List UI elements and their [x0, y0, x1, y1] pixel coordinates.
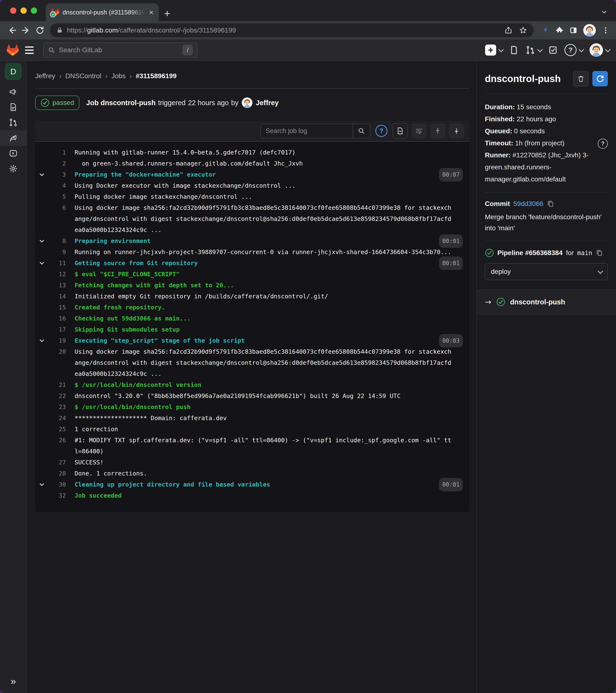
- log-line-number[interactable]: 8: [50, 236, 66, 246]
- gitlab-logo[interactable]: [7, 44, 19, 56]
- copy-commit-icon[interactable]: [547, 200, 554, 207]
- log-line-number[interactable]: 17: [50, 324, 66, 335]
- log-line-number[interactable]: 3: [50, 169, 66, 180]
- window-controls[interactable]: [10, 7, 37, 14]
- url-text: https://gitlab.com/cafferata/dnscontrol/…: [67, 26, 500, 34]
- tab-close-icon[interactable]: ×: [149, 8, 154, 16]
- sidebar-item-repository[interactable]: [0, 99, 26, 115]
- sidebar-item-deployments[interactable]: [0, 145, 26, 161]
- back-button[interactable]: [6, 24, 18, 36]
- show-raw-log-button[interactable]: [393, 123, 408, 138]
- new-tab-button[interactable]: +: [164, 8, 171, 19]
- browser-profile-avatar[interactable]: [583, 24, 596, 37]
- scroll-to-bottom-button[interactable]: [449, 123, 464, 138]
- pipeline-link[interactable]: Pipeline: [497, 249, 523, 257]
- merge-requests-menu[interactable]: [525, 45, 541, 55]
- log-line-number[interactable]: 14: [50, 291, 66, 302]
- job-log-search-input[interactable]: [261, 124, 353, 138]
- user-menu[interactable]: [590, 43, 609, 57]
- forward-button[interactable]: [20, 24, 32, 36]
- create-new-menu[interactable]: +: [485, 44, 502, 56]
- log-line-number[interactable]: 19: [50, 335, 66, 346]
- retry-job-button[interactable]: [592, 71, 608, 86]
- log-line-number[interactable]: 26: [50, 435, 66, 446]
- log-line-number[interactable]: 9: [50, 246, 66, 258]
- log-line-number[interactable]: 21: [50, 379, 66, 391]
- bookmark-star-icon[interactable]: [519, 26, 528, 35]
- url-bar[interactable]: https://gitlab.com/cafferata/dnscontrol/…: [50, 23, 534, 37]
- minimize-window-button[interactable]: [20, 7, 27, 14]
- extensions-puzzle-icon[interactable]: [555, 26, 563, 34]
- breadcrumb-item[interactable]: DNSControl: [65, 72, 101, 80]
- sidebar-expand-icon[interactable]: »: [11, 676, 16, 687]
- log-line-number[interactable]: 20: [50, 346, 66, 357]
- close-window-button[interactable]: [10, 7, 16, 14]
- todo-list-icon[interactable]: [548, 45, 558, 55]
- status-badge[interactable]: passed: [35, 96, 79, 110]
- section-duration-badge: 00:03: [439, 334, 463, 348]
- scroll-to-top-button[interactable]: [430, 123, 445, 138]
- sidebar-job-item[interactable]: → dnscontrol-push: [477, 289, 616, 315]
- log-line-number[interactable]: 16: [50, 313, 66, 324]
- maximize-window-button[interactable]: [31, 7, 37, 14]
- commit-sha-link[interactable]: 59dd3066: [513, 200, 543, 207]
- log-line-number[interactable]: 2: [50, 158, 66, 169]
- browser-menu-icon[interactable]: [601, 26, 610, 34]
- log-line-number[interactable]: 6: [50, 202, 66, 214]
- gitlab-search-input[interactable]: [58, 46, 183, 54]
- log-line-number[interactable]: 13: [50, 280, 66, 291]
- breadcrumb-item[interactable]: #3115896199: [136, 72, 177, 80]
- collapse-section-chevron-icon[interactable]: [39, 258, 50, 269]
- tab-list-chevron-icon[interactable]: [601, 8, 608, 15]
- gitlab-search-box[interactable]: /: [43, 43, 197, 58]
- issues-icon[interactable]: [509, 45, 519, 55]
- help-menu[interactable]: ?: [564, 44, 583, 56]
- log-line-number[interactable]: 27: [50, 457, 66, 468]
- log-line-number[interactable]: 30: [50, 479, 66, 490]
- log-line-number[interactable]: 22: [50, 391, 66, 402]
- log-line-number[interactable]: 11: [50, 258, 66, 269]
- erase-job-log-button[interactable]: [573, 71, 589, 86]
- pipeline-ref[interactable]: main: [577, 249, 592, 257]
- sidebar-item-cicd[interactable]: [0, 130, 26, 145]
- menu-hamburger-icon[interactable]: [25, 46, 34, 54]
- log-line-11: 11Getting source from Git repository00:0…: [35, 258, 469, 269]
- log-search-help-icon[interactable]: ?: [375, 125, 388, 137]
- log-line-number[interactable]: 4: [50, 180, 66, 191]
- breadcrumb-item[interactable]: Jeffrey: [35, 72, 55, 80]
- timeout-help-icon[interactable]: ?: [598, 139, 608, 149]
- breadcrumb-item[interactable]: Jobs: [112, 72, 125, 80]
- share-icon[interactable]: [504, 26, 513, 34]
- job-log-search[interactable]: [261, 124, 370, 138]
- stage-select[interactable]: deploy: [485, 263, 608, 280]
- log-line-number[interactable]: 32: [50, 490, 66, 501]
- wrap-lines-button[interactable]: [412, 123, 426, 138]
- log-gutter: [39, 490, 50, 501]
- search-icon[interactable]: [353, 124, 370, 138]
- log-line-number[interactable]: 1: [50, 147, 66, 158]
- reload-button[interactable]: [34, 24, 46, 36]
- log-line-number[interactable]: 5: [50, 191, 66, 202]
- collapse-section-chevron-icon[interactable]: [39, 335, 50, 346]
- sidebar-item-project-information[interactable]: [0, 84, 26, 99]
- sidebar-item-merge-requests[interactable]: [0, 115, 26, 130]
- extension-icon-blue[interactable]: [541, 26, 550, 34]
- collapse-section-chevron-icon[interactable]: [39, 479, 50, 490]
- log-line-number[interactable]: 15: [50, 302, 66, 313]
- log-line-number[interactable]: 12: [50, 269, 66, 280]
- copy-ref-icon[interactable]: [596, 249, 603, 257]
- log-line-5: 5Pulling docker image stackexchange/dnsc…: [35, 191, 469, 202]
- collapse-section-chevron-icon[interactable]: [39, 169, 50, 180]
- sidebar-item-settings[interactable]: [0, 161, 26, 176]
- log-line-number[interactable]: 28: [50, 468, 66, 479]
- side-panel-icon[interactable]: [569, 26, 577, 34]
- collapse-section-chevron-icon[interactable]: [39, 236, 50, 246]
- log-line-number[interactable]: 25: [50, 424, 66, 435]
- author-avatar[interactable]: [242, 97, 253, 108]
- log-gutter: [39, 324, 50, 335]
- commit-message[interactable]: Merge branch 'feature/dnscontrol-push' i…: [485, 212, 608, 234]
- browser-tab[interactable]: dnscontrol-push (#311589619 ×: [46, 3, 159, 21]
- log-line-number[interactable]: 24: [50, 413, 66, 424]
- project-avatar[interactable]: D: [5, 63, 21, 80]
- log-line-number[interactable]: 23: [50, 402, 66, 413]
